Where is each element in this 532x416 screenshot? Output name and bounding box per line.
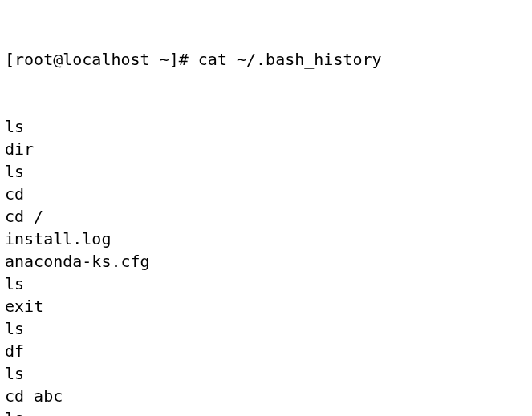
output-line: ls [5, 160, 527, 183]
output-line: cd / [5, 205, 527, 228]
prompt-line: [root@localhost ~]# cat ~/.bash_history [5, 48, 527, 71]
output-line: dir [5, 138, 527, 160]
output-line: ls [5, 317, 527, 340]
output-line: cd [5, 183, 527, 205]
command-text: cat ~/.bash_history [198, 50, 382, 69]
output-line: ls [5, 407, 527, 416]
output-line: ls [5, 115, 527, 138]
output-line: ls [5, 273, 527, 295]
output-line: anaconda-ks.cfg [5, 250, 527, 273]
output-line: cd abc [5, 385, 527, 407]
output-line: df [5, 340, 527, 362]
output-line: ls [5, 362, 527, 385]
output-line: exit [5, 295, 527, 317]
shell-prompt: [root@localhost ~]# [5, 50, 198, 69]
output-line: install.log [5, 228, 527, 250]
command-output: lsdirlscdcd /install.loganaconda-ks.cfgl… [5, 115, 527, 416]
terminal-area[interactable]: [root@localhost ~]# cat ~/.bash_history … [0, 0, 532, 416]
